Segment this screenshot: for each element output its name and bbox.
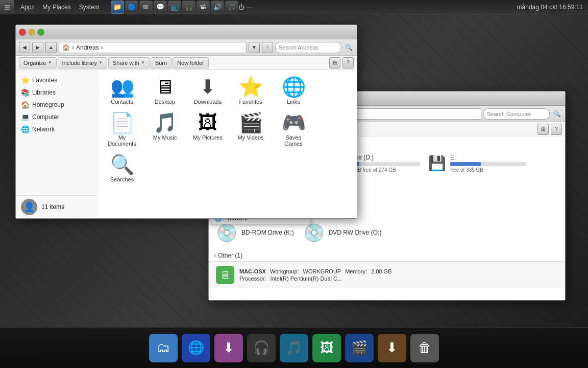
chevron-down-icon: ▼ <box>99 60 103 65</box>
file-my-music[interactable]: 🎵 My Music <box>145 111 184 149</box>
processor-label: Processor: <box>239 275 266 282</box>
power-area: ⏻ ··· <box>238 4 256 11</box>
view-icon-button[interactable]: ⊞ <box>329 57 340 68</box>
my-documents-icon: 📄 <box>110 113 134 132</box>
power-dots: ··· <box>247 4 252 11</box>
sidebar-item-favorites[interactable]: ⭐ Favorites <box>16 74 97 86</box>
search-submit-icon[interactable]: 🔍 <box>344 42 354 53</box>
bdrom-info: BD-ROM Drive (K:) <box>241 229 294 236</box>
breadcrumb-dropdown[interactable]: ▼ <box>249 42 260 53</box>
breadcrumb-andreas[interactable]: Andreas <box>76 44 99 51</box>
power-icon[interactable]: ⏻ <box>238 4 244 11</box>
dock-download[interactable]: ⬇ <box>214 334 243 362</box>
burn-menu[interactable]: Burn <box>151 57 172 68</box>
nav-system[interactable]: System <box>76 3 103 12</box>
organize-menu[interactable]: Organize ▼ <box>19 57 57 68</box>
workgroup-label: Workgroup: <box>270 268 299 274</box>
sidebar-item-computer[interactable]: 💻 Computer <box>16 111 97 123</box>
dock-music[interactable]: 🎵 <box>280 334 308 362</box>
breadcrumb[interactable]: 🏠 › Andreas › <box>59 42 247 53</box>
sidebar-item-network[interactable]: 🌐 Network <box>16 123 97 135</box>
file-favorites[interactable]: ⭐ Favorites <box>231 75 270 107</box>
view-icon-comp[interactable]: ⊞ <box>537 124 549 135</box>
breadcrumb-arrow: › <box>72 44 74 51</box>
sidebar-item-libraries[interactable]: 📚 Libraries <box>16 86 97 99</box>
file-saved-games[interactable]: 🎮 Saved Games <box>274 111 313 149</box>
screen-icon[interactable]: 📺 <box>168 1 181 14</box>
file-downloads[interactable]: ⬇ Downloads <box>188 75 227 107</box>
mail-icon[interactable]: ✉ <box>139 1 153 14</box>
address-toolbar: ◀ ▶ ▲ 🏠 › Andreas › ▼ ↑ Search Andreas 🔍 <box>16 39 357 56</box>
file-my-videos[interactable]: 🎬 My Videos <box>231 111 270 149</box>
include-library-menu[interactable]: Include library ▼ <box>58 57 107 68</box>
clock: måndag 04 okt 16:59:11 <box>517 4 588 11</box>
browser-icon[interactable]: 🔵 <box>125 1 138 14</box>
file-area: 👥 Contacts 🖥 Desktop ⬇ Downloads ⭐ Favor… <box>97 70 357 218</box>
close-button[interactable] <box>19 29 26 36</box>
drive-e-info: E: free of 335 GB <box>450 154 526 173</box>
refresh-button[interactable]: ↑ <box>262 42 273 53</box>
drive-e-bar-bg <box>450 162 526 166</box>
help-icon-button[interactable]: ? <box>342 57 354 68</box>
music-icon[interactable]: 🎵 <box>225 1 238 14</box>
desktop-icon: 🖥 <box>155 77 175 97</box>
forward-button[interactable]: ▶ <box>32 42 43 53</box>
minimize-button[interactable] <box>28 29 35 36</box>
dock-photos[interactable]: 🖼 <box>312 334 341 362</box>
dvdrw-drive[interactable]: 💿 DVD RW Drive (O:) <box>301 220 384 245</box>
media-icon[interactable]: 📽 <box>197 1 210 14</box>
maximize-button[interactable] <box>37 29 44 36</box>
headphone-icon[interactable]: 🎧 <box>182 1 195 14</box>
up-button[interactable]: ▲ <box>45 42 57 53</box>
drive-e-bar <box>450 162 481 166</box>
other-expand-icon: › <box>214 252 216 259</box>
mac-details: MAC-OSX Workgroup: WORKGROUP Memory: 2,0… <box>239 268 391 282</box>
file-my-documents[interactable]: 📄 My Documents <box>103 111 141 149</box>
saved-games-icon: 🎮 <box>282 113 306 132</box>
dock-headphones[interactable]: 🎧 <box>247 334 276 362</box>
processor-value: Intel(R) Pentium(R) Dual C... <box>271 275 342 282</box>
search-computer-icon[interactable]: 🔍 <box>552 109 562 119</box>
dock-finder[interactable]: 🗂 <box>149 334 178 362</box>
dock-trash[interactable]: 🗑 <box>410 334 439 362</box>
sidebar: ⭐ Favorites 📚 Libraries 🏠 Homegroup 💻 Co… <box>16 70 97 218</box>
search-box[interactable]: Search Andreas <box>275 42 341 53</box>
new-folder-menu[interactable]: New folder <box>173 57 209 68</box>
dvdrw-icon: 💿 <box>303 222 325 243</box>
window-andreas: ◀ ▶ ▲ 🏠 › Andreas › ▼ ↑ Search Andreas 🔍… <box>15 25 357 219</box>
my-pictures-icon: 🖼 <box>198 113 217 132</box>
file-links[interactable]: 🌐 Links <box>274 75 313 107</box>
search-box-computer[interactable]: Search Computer <box>483 108 550 120</box>
memory-label: Memory: <box>345 268 367 274</box>
drive-e-icon: 💾 <box>428 155 446 172</box>
folder-icon[interactable]: 📁 <box>111 1 124 14</box>
libraries-icon: 📚 <box>21 88 29 97</box>
start-button[interactable]: ⊞ <box>0 0 14 14</box>
share-with-menu[interactable]: Share with ▼ <box>108 57 150 68</box>
taskbar-top: ⊞ Appz My Places System 📁 🔵 ✉ 💬 📺 🎧 📽 🔊 … <box>0 0 588 14</box>
back-button[interactable]: ◀ <box>19 42 30 53</box>
search-placeholder: Search Andreas <box>279 44 318 51</box>
dock-dl2[interactable]: ⬇ <box>378 334 406 362</box>
nav-appz[interactable]: Appz <box>17 3 37 12</box>
other-section[interactable]: › Other (1) <box>209 250 565 261</box>
file-contacts[interactable]: 👥 Contacts <box>103 75 141 107</box>
chevron-down-icon: ▼ <box>141 60 145 65</box>
memory-value: 2,00 GB <box>371 268 391 274</box>
file-desktop[interactable]: 🖥 Desktop <box>145 75 184 107</box>
file-searches[interactable]: 🔍 Searches <box>103 153 141 185</box>
file-my-pictures[interactable]: 🖼 My Pictures <box>188 111 227 149</box>
mac-icon: 🖥 <box>216 266 234 284</box>
help-icon-comp[interactable]: ? <box>551 124 562 135</box>
dock-video[interactable]: 🎬 <box>345 334 374 362</box>
sidebar-item-homegroup[interactable]: 🏠 Homegroup <box>16 99 97 111</box>
window-controls <box>19 29 44 36</box>
menubar: Organize ▼ Include library ▼ Share with … <box>16 56 357 70</box>
volume-icon[interactable]: 🔊 <box>211 1 224 14</box>
chat-icon[interactable]: 💬 <box>154 1 167 14</box>
homegroup-icon: 🏠 <box>21 101 29 109</box>
sidebar-footer: 👤 11 items <box>16 195 97 218</box>
dock-browser[interactable]: 🌐 <box>182 334 210 362</box>
drive-e[interactable]: 💾 E: free of 335 GB <box>426 152 528 175</box>
nav-myplaces[interactable]: My Places <box>39 3 74 12</box>
